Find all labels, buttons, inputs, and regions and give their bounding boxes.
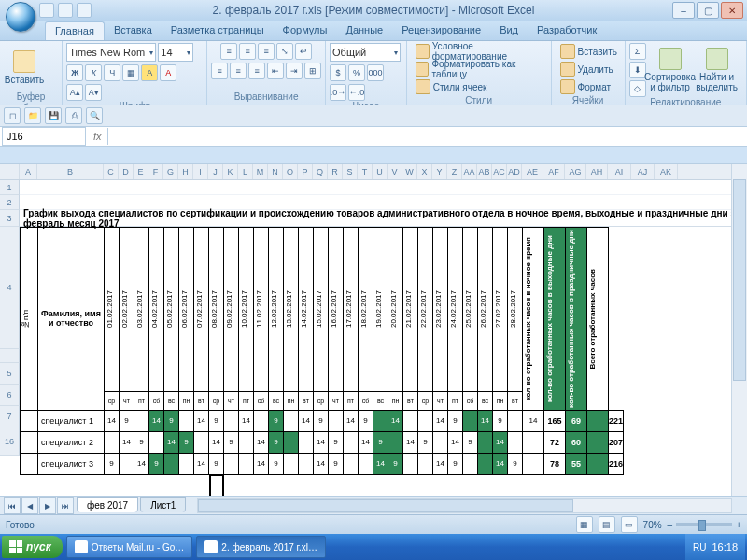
- row-header[interactable]: 5: [0, 363, 20, 385]
- col-header[interactable]: AD: [507, 164, 522, 179]
- tab-Рецензирование[interactable]: Рецензирование: [392, 21, 490, 40]
- increase-indent-button[interactable]: ⇥: [286, 63, 303, 79]
- tab-Разметка страницы[interactable]: Разметка страницы: [162, 21, 274, 40]
- view-normal-icon[interactable]: ▦: [576, 516, 593, 533]
- row-header[interactable]: 7: [0, 406, 20, 427]
- vertical-scrollbar[interactable]: [731, 164, 747, 497]
- col-header[interactable]: AG: [565, 164, 586, 179]
- col-header[interactable]: Y: [432, 164, 447, 179]
- qat-save-icon[interactable]: [39, 3, 54, 18]
- border-button[interactable]: ▦: [122, 64, 139, 81]
- worksheet-area[interactable]: ABCDEFGHIJKLMNOPQRSTUVWXYZAAABACADAEAFAG…: [0, 163, 747, 497]
- tray-clock[interactable]: 16:18: [712, 541, 738, 553]
- col-header[interactable]: AJ: [631, 164, 655, 179]
- col-header[interactable]: Q: [313, 164, 328, 179]
- tab-Вставка[interactable]: Вставка: [105, 21, 162, 40]
- align-bottom-button[interactable]: ≡: [258, 43, 275, 60]
- col-header[interactable]: A: [20, 164, 37, 179]
- col-header[interactable]: J: [208, 164, 223, 179]
- row-header[interactable]: 1: [0, 180, 20, 195]
- conditional-formatting-button[interactable]: Условное форматирование: [411, 43, 547, 60]
- view-layout-icon[interactable]: ▤: [599, 516, 615, 533]
- start-button[interactable]: пуск: [2, 536, 63, 558]
- col-header[interactable]: [0, 164, 20, 179]
- qat-undo-icon[interactable]: [58, 3, 73, 18]
- close-button[interactable]: ✕: [721, 2, 743, 19]
- column-headers[interactable]: ABCDEFGHIJKLMNOPQRSTUVWXYZAAABACADAEAFAG…: [0, 164, 747, 180]
- paste-button[interactable]: Вставить: [4, 44, 45, 91]
- col-header[interactable]: AA: [462, 164, 477, 179]
- name-box[interactable]: J16: [2, 127, 86, 146]
- col-header[interactable]: F: [148, 164, 163, 179]
- sheet-tab[interactable]: Лист1: [140, 497, 186, 512]
- col-header[interactable]: O: [283, 164, 298, 179]
- number-format-combo[interactable]: Общий▾: [330, 43, 401, 62]
- qat-preview-icon[interactable]: 🔍: [86, 107, 103, 124]
- decrease-indent-button[interactable]: ⇤: [267, 63, 284, 79]
- row-header[interactable]: 6: [0, 385, 20, 406]
- qat-new-icon[interactable]: ◻: [4, 107, 21, 124]
- row-header[interactable]: 3: [0, 210, 20, 227]
- minimize-button[interactable]: –: [672, 2, 695, 19]
- col-header[interactable]: H: [178, 164, 193, 179]
- col-header[interactable]: AB: [477, 164, 492, 179]
- scroll-thumb[interactable]: [733, 179, 746, 381]
- cell-styles-button[interactable]: Стили ячеек: [411, 78, 492, 95]
- row-header[interactable]: 4: [0, 227, 20, 349]
- formula-input[interactable]: [107, 128, 747, 145]
- col-header[interactable]: L: [238, 164, 253, 179]
- row-header[interactable]: 2: [0, 195, 20, 210]
- taskbar-task[interactable]: Ответы Mail.ru - Go…: [66, 536, 193, 558]
- view-pagebreak-icon[interactable]: ▭: [621, 516, 638, 533]
- row-header[interactable]: 16: [0, 427, 20, 456]
- bold-button[interactable]: Ж: [66, 64, 83, 81]
- system-tray[interactable]: RU 16:18: [685, 534, 745, 560]
- maximize-button[interactable]: ▢: [697, 2, 719, 19]
- col-header[interactable]: G: [163, 164, 178, 179]
- increase-font-button[interactable]: A▴: [66, 84, 83, 101]
- orientation-button[interactable]: ⤡: [276, 43, 293, 60]
- col-header[interactable]: AI: [608, 164, 631, 179]
- fill-color-button[interactable]: A: [141, 64, 158, 81]
- align-middle-button[interactable]: ≡: [239, 43, 256, 60]
- col-header[interactable]: C: [104, 164, 119, 179]
- col-header[interactable]: K: [223, 164, 238, 179]
- wrap-text-button[interactable]: ↩: [295, 43, 312, 60]
- col-header[interactable]: B: [37, 164, 104, 179]
- sheet-nav-last-icon[interactable]: ⏭: [57, 497, 74, 514]
- find-select-button[interactable]: Найти и выделить: [695, 47, 740, 93]
- col-header[interactable]: D: [119, 164, 134, 179]
- zoom-slider[interactable]: –+: [668, 520, 741, 530]
- tab-Формулы[interactable]: Формулы: [274, 21, 337, 40]
- col-header[interactable]: AF: [543, 164, 565, 179]
- font-name-combo[interactable]: Times New Rom▾: [66, 43, 156, 62]
- col-header[interactable]: AH: [586, 164, 608, 179]
- merge-button[interactable]: ⊞: [304, 63, 321, 79]
- italic-button[interactable]: К: [85, 64, 102, 81]
- autosum-button[interactable]: Σ: [629, 43, 646, 60]
- delete-cells-button[interactable]: Удалить: [556, 61, 618, 77]
- taskbar-task[interactable]: 2. февраль 2017 г.xl…: [196, 536, 326, 558]
- sort-filter-button[interactable]: Сортировка и фильтр: [648, 47, 693, 93]
- horizontal-scrollbar[interactable]: [197, 498, 732, 513]
- col-header[interactable]: Z: [447, 164, 462, 179]
- col-header[interactable]: M: [253, 164, 268, 179]
- qat-print-icon[interactable]: ⎙: [65, 107, 82, 124]
- font-color-button[interactable]: A: [160, 64, 176, 81]
- decrease-font-button[interactable]: A▾: [85, 84, 102, 101]
- format-as-table-button[interactable]: Форматировать как таблицу: [411, 61, 547, 77]
- col-header[interactable]: V: [388, 164, 402, 179]
- align-center-button[interactable]: ≡: [230, 63, 247, 79]
- sheet-nav-prev-icon[interactable]: ◀: [21, 497, 38, 514]
- tab-Вид[interactable]: Вид: [490, 21, 528, 40]
- currency-button[interactable]: $: [330, 64, 346, 81]
- tab-Разработчик[interactable]: Разработчик: [528, 21, 606, 40]
- decrease-decimal-button[interactable]: ←.0: [348, 84, 365, 101]
- col-header[interactable]: I: [193, 164, 208, 179]
- fx-label[interactable]: fx: [88, 131, 107, 142]
- tray-lang[interactable]: RU: [693, 542, 706, 553]
- comma-button[interactable]: 000: [367, 64, 384, 81]
- align-right-button[interactable]: ≡: [248, 63, 265, 79]
- increase-decimal-button[interactable]: .0→: [330, 84, 346, 101]
- font-size-combo[interactable]: 14▾: [158, 43, 193, 62]
